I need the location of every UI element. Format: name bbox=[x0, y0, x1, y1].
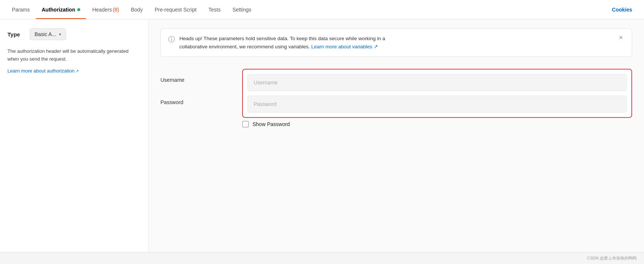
main-layout: Type Basic A... ▾ The authorization head… bbox=[0, 19, 644, 252]
tab-authorization[interactable]: Authorization bbox=[36, 0, 86, 19]
tab-cookies[interactable]: Cookies bbox=[606, 0, 638, 19]
type-select-dropdown[interactable]: Basic A... ▾ bbox=[30, 28, 66, 40]
footer: CSDN @爱上布洛格的鸭鸭 bbox=[0, 252, 644, 264]
learn-more-link[interactable]: Learn more about authorization↗ bbox=[7, 68, 79, 74]
type-select-value: Basic A... bbox=[35, 31, 56, 37]
tab-params[interactable]: Params bbox=[6, 0, 36, 19]
chevron-down-icon: ▾ bbox=[59, 32, 61, 37]
info-icon: ⓘ bbox=[168, 35, 175, 44]
show-password-row: Show Password bbox=[242, 121, 632, 128]
credentials-fields-container bbox=[242, 69, 632, 118]
tab-settings[interactable]: Settings bbox=[227, 0, 257, 19]
show-password-checkbox[interactable] bbox=[242, 121, 249, 128]
tab-body[interactable]: Body bbox=[125, 0, 149, 19]
alert-text: Heads up! These parameters hold sensitiv… bbox=[179, 35, 613, 51]
alert-learn-more-link[interactable]: Learn more about variables ↗ bbox=[311, 44, 378, 49]
type-label: Type bbox=[7, 31, 30, 38]
type-row: Type Basic A... ▾ bbox=[7, 28, 141, 40]
username-input[interactable] bbox=[247, 74, 627, 91]
footer-text: CSDN @爱上布洛格的鸭鸭 bbox=[587, 255, 637, 261]
alert-close-button[interactable]: × bbox=[617, 34, 624, 42]
tab-bar: Params Authorization Headers (8) Body Pr… bbox=[0, 0, 644, 19]
authorization-description: The authorization header will be automat… bbox=[7, 48, 141, 63]
tab-prerequest[interactable]: Pre-request Script bbox=[149, 0, 202, 19]
form-section: Username Password Show Password bbox=[160, 69, 632, 128]
username-label: Username bbox=[160, 77, 242, 83]
tab-tests[interactable]: Tests bbox=[202, 0, 227, 19]
tab-headers[interactable]: Headers (8) bbox=[86, 0, 125, 19]
show-password-label[interactable]: Show Password bbox=[253, 121, 290, 127]
external-arrow-icon: ↗ bbox=[75, 69, 79, 73]
active-dot bbox=[77, 8, 80, 11]
password-label: Password bbox=[160, 99, 242, 105]
right-panel: ⓘ Heads up! These parameters hold sensit… bbox=[149, 19, 644, 252]
alert-banner: ⓘ Heads up! These parameters hold sensit… bbox=[160, 28, 632, 57]
left-panel: Type Basic A... ▾ The authorization head… bbox=[0, 19, 149, 252]
password-input[interactable] bbox=[247, 96, 627, 113]
